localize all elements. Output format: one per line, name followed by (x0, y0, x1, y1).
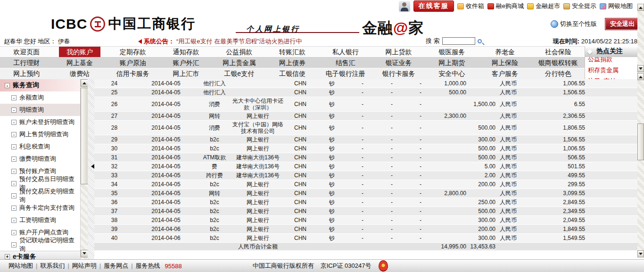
cell-cash: 钞 (316, 216, 347, 224)
tree-toggle-icon[interactable]: - (11, 230, 17, 235)
sidebar-item[interactable]: -网上售货明细查询 (0, 128, 80, 140)
page-scrollbar[interactable] (637, 4, 644, 257)
table-scroll-thumb[interactable] (637, 124, 644, 160)
tree-toggle-icon[interactable]: - (11, 95, 17, 100)
topbar-link[interactable]: 安全提示 (563, 2, 596, 10)
nav-item[interactable]: 工银e支付 (213, 68, 266, 79)
tree-toggle-icon[interactable]: - (11, 132, 17, 137)
sidebar-item[interactable]: -余额查询 (0, 91, 80, 104)
tree-toggle-icon[interactable]: - (11, 218, 17, 223)
search-icon[interactable] (478, 39, 482, 43)
footer-link-hotline[interactable]: 服务热线 (136, 262, 160, 270)
tree-toggle-icon[interactable]: + (5, 254, 10, 259)
secure-logout-button[interactable]: 安全退出 (605, 18, 639, 30)
cell-currency: 人民币 (497, 124, 519, 132)
cell-desc: 支付宝（中国）网络技术有限公司 (231, 121, 284, 135)
sidebar-scroll-down-button[interactable] (81, 250, 88, 257)
nav-item[interactable]: 账户外汇 (159, 58, 213, 68)
nav-item[interactable]: 安全中心 (425, 68, 479, 79)
hot-topic-link[interactable]: 积存贵金属 (585, 64, 637, 74)
nav-item[interactable]: 网上保险 (479, 58, 532, 68)
nav-item[interactable]: 公益捐款 (213, 47, 266, 57)
nav-item[interactable]: 欢迎页面 (0, 47, 53, 57)
nav-item[interactable]: 分行特色 (531, 68, 585, 79)
table-scroll-up-button[interactable] (637, 73, 644, 80)
sidebar-item[interactable]: -缴费明细查询 (0, 153, 80, 165)
nav-item[interactable]: 通知存款 (159, 47, 213, 57)
topbar-link[interactable]: 网银地图 (600, 2, 633, 10)
table-scroll-down-button[interactable] (637, 250, 644, 257)
collapse-sidebar-icon[interactable] (89, 164, 94, 169)
nav-item[interactable]: 网上贷款 (372, 47, 425, 57)
nav-item[interactable]: 网上汇市 (159, 68, 213, 79)
nav-item[interactable]: 客户服务 (479, 68, 532, 79)
footer-link[interactable]: 网站地图 (8, 262, 33, 269)
nav-item[interactable]: 网上预约 (0, 68, 53, 79)
nav-item[interactable]: 银证业务 (372, 58, 425, 68)
tree-toggle-icon[interactable]: - (11, 157, 17, 162)
sidebar-splitter[interactable] (88, 79, 94, 259)
tree-toggle-icon[interactable]: - (5, 83, 10, 88)
sidebar-scrollbar[interactable] (80, 79, 88, 259)
nav-item[interactable]: 网上贵金属 (213, 58, 266, 68)
nav-item[interactable]: 账户原油 (106, 58, 159, 68)
cell-balance: 6.55 (519, 100, 587, 108)
cell-d2: - (378, 124, 406, 132)
nav-item[interactable]: 转账汇款 (266, 47, 319, 57)
hot-panel-scroll-down-button[interactable] (637, 65, 644, 72)
tree-toggle-icon[interactable]: - (11, 120, 17, 125)
footer-link[interactable]: 联系我们 (40, 262, 65, 269)
tree-toggle-icon[interactable]: - (11, 107, 17, 113)
nav-item[interactable]: 信用卡服务 (106, 68, 159, 79)
nav-item[interactable]: 网上期货 (425, 58, 479, 68)
tree-toggle-icon[interactable]: - (11, 193, 17, 198)
switch-version-link[interactable]: 切换至个性版 (551, 20, 597, 28)
sidebar-item[interactable]: -工资明细查询 (0, 214, 80, 226)
nav-item[interactable]: 我的账户 (59, 47, 101, 57)
topbar-link[interactable]: 金融超市 (527, 2, 560, 10)
tree-toggle-icon[interactable]: - (11, 169, 17, 174)
nav-item[interactable]: 工行理财 (0, 58, 53, 68)
nav-item[interactable]: 结售汇 (319, 58, 372, 68)
sidebar-item[interactable]: -预付交易历史明细查询 (0, 190, 80, 202)
nav-item[interactable]: 银商银权转账 (531, 58, 585, 68)
nav-item[interactable]: 定期存款 (106, 47, 159, 57)
page-scroll-up-button[interactable] (637, 4, 644, 11)
tree-toggle-icon[interactable]: - (11, 242, 17, 247)
announcement-text[interactable]: “用工银e支付 在最美季节启程”活动火热进行中 (176, 37, 302, 46)
cell-balance: 1,006.55 (519, 80, 587, 87)
online-service-button[interactable]: 在线客服 (413, 0, 454, 12)
sidebar-item[interactable]: -账务查询 (0, 79, 80, 91)
tree-toggle-icon[interactable]: - (11, 206, 17, 211)
topbar-link[interactable]: 融e购商城 (487, 2, 524, 10)
nav-item[interactable]: 缴费站 (53, 68, 107, 79)
cell-expense: 200.00 (468, 225, 497, 233)
footer-link[interactable]: 网站声明 (72, 262, 97, 269)
footer-link[interactable]: 服务网点 (104, 262, 128, 269)
sidebar-scroll-thumb[interactable] (81, 88, 88, 184)
table-row: 402014-04-06b2c网上银行CHN钞---300.00人民币1,549… (94, 234, 637, 243)
nav-row-1: 欢迎页面我的账户定期存款通知存款公益捐款转账汇款私人银行网上贷款银医服务养老金社… (0, 47, 585, 58)
nav-item[interactable]: 银医服务 (425, 47, 479, 57)
tree-toggle-icon[interactable]: - (11, 144, 17, 149)
tree-toggle-icon[interactable]: - (11, 181, 17, 186)
sidebar-item[interactable]: -账户未登折明细查询 (0, 116, 80, 128)
nav-item[interactable]: 网上基金 (53, 58, 107, 68)
sidebar-scroll-up-button[interactable] (81, 79, 88, 87)
nav-item[interactable]: 工银信使 (266, 68, 319, 79)
nav-item[interactable]: 网上债券 (266, 58, 319, 68)
nav-item[interactable]: 社会保险 (531, 47, 585, 57)
cell-desc: 网上银行 (231, 145, 284, 152)
topbar-link[interactable]: 收件箱 (457, 2, 484, 10)
nav-item[interactable]: 银行卡服务 (372, 68, 425, 79)
sidebar-item[interactable]: -商务卡定向支付查询 (0, 202, 80, 214)
sidebar-item[interactable]: -贷记联动借记明细查询 (0, 239, 80, 251)
search-input[interactable] (442, 37, 475, 45)
sidebar-item[interactable]: -利息税查询 (0, 140, 80, 153)
search-box: 搜 索 (426, 37, 482, 45)
sidebar-item[interactable]: -明细查询 (0, 104, 80, 116)
nav-item[interactable]: 电子银行注册 (319, 68, 372, 79)
nav-item[interactable]: 养老金 (479, 47, 532, 57)
nav-item[interactable]: 私人银行 (319, 47, 372, 57)
cell-filler (587, 83, 637, 84)
